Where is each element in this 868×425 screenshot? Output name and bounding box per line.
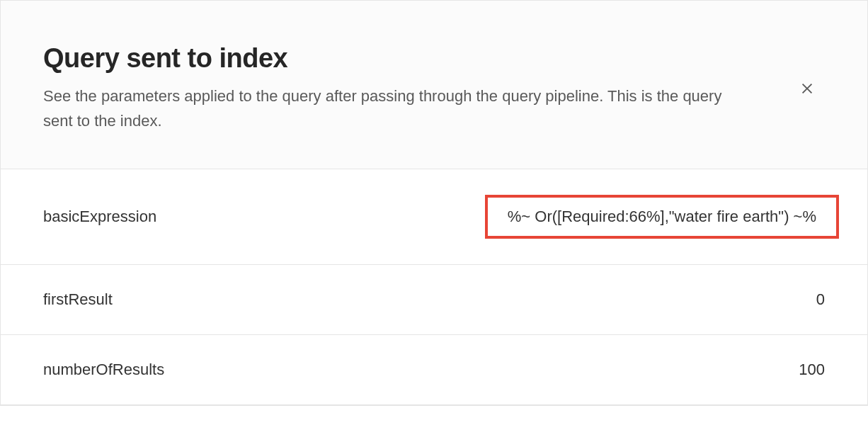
param-value: 0	[816, 290, 825, 309]
parameter-rows: basicExpression %~ Or([Required:66%],"wa…	[1, 169, 867, 405]
param-value: 100	[799, 361, 825, 379]
table-row: basicExpression %~ Or([Required:66%],"wa…	[1, 169, 867, 264]
panel-header: Query sent to index See the parameters a…	[1, 1, 867, 169]
highlighted-value: %~ Or([Required:66%],"water fire earth")…	[485, 195, 839, 239]
param-label: numberOfResults	[43, 361, 164, 379]
query-panel: Query sent to index See the parameters a…	[0, 0, 868, 406]
table-row: numberOfResults 100	[1, 334, 867, 405]
param-value: %~ Or([Required:66%],"water fire earth")…	[508, 208, 816, 225]
param-label: basicExpression	[43, 208, 156, 226]
param-label: firstResult	[43, 290, 113, 309]
panel-description: See the parameters applied to the query …	[43, 84, 723, 133]
close-icon	[799, 81, 815, 98]
table-row: firstResult 0	[1, 264, 867, 334]
panel-title: Query sent to index	[43, 43, 825, 74]
close-button[interactable]	[796, 79, 818, 100]
